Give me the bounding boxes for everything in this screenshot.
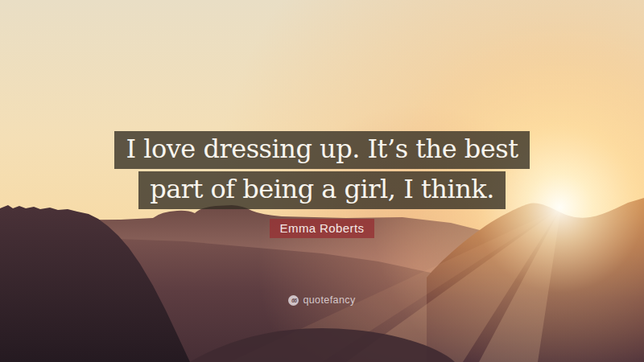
quote-block: I love dressing up. It’s the best part o… [0, 131, 644, 212]
attribution-name: Emma Roberts [270, 219, 375, 238]
watermark-brand: quotefancy [303, 294, 355, 306]
attribution: Emma Roberts [0, 219, 644, 238]
quote-line-2: part of being a girl, I think. [138, 171, 506, 209]
quote-marks-icon: 66 [288, 295, 299, 306]
quote-wallpaper: I love dressing up. It’s the best part o… [0, 0, 644, 362]
quote-line-2-row: part of being a girl, I think. [0, 171, 644, 209]
watermark: 66 quotefancy [0, 294, 644, 306]
quote-line-1: I love dressing up. It’s the best [114, 131, 529, 169]
quote-line-1-row: I love dressing up. It’s the best [0, 131, 644, 169]
